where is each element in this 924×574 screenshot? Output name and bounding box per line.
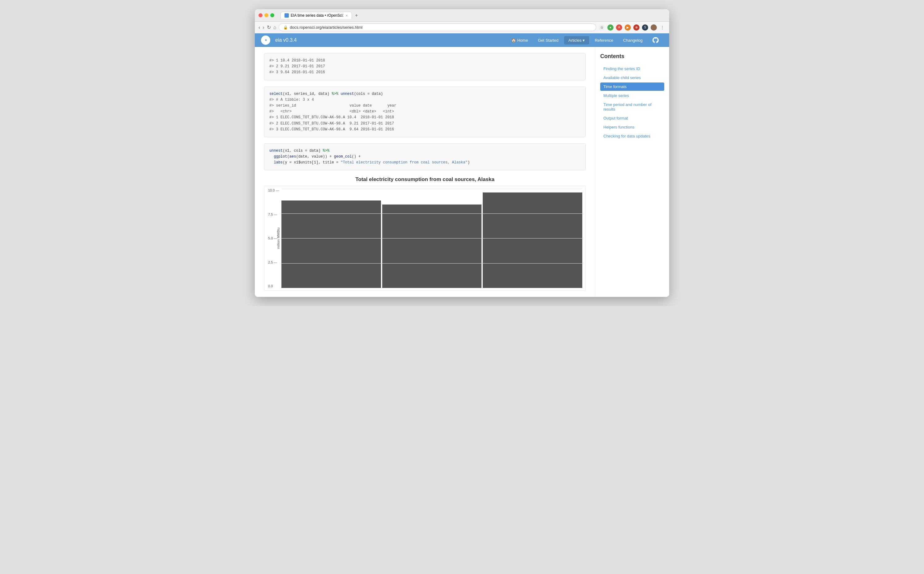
close-button[interactable] (258, 13, 263, 17)
code-block-3: unnest(x1, cols = data) %>% ggplot(aes(d… (264, 144, 586, 170)
tab-bar: EIA time series data • rOpenSci: ✕ + (280, 12, 360, 19)
tab-favicon (285, 13, 289, 17)
extension-icon-2[interactable]: A (616, 24, 622, 31)
site-title: eia v0.3.4 (275, 37, 297, 43)
forward-button[interactable]: › (263, 25, 264, 30)
extension-icon-3[interactable]: ▶ (625, 24, 631, 31)
back-button[interactable]: ‹ (258, 25, 260, 30)
article-area: #> 1 10.4 2018-01-01 2018#> 2 9.21 2017-… (255, 47, 595, 297)
minimize-button[interactable] (264, 13, 268, 17)
y-ticks: 10.0 — 7.5 — 5.0 — 2.5 — 0.0 (268, 188, 279, 288)
toc-output-format[interactable]: Output format (600, 114, 664, 122)
url-bar[interactable]: 🔒 docs.ropensci.org/eia/articles/series.… (278, 24, 596, 31)
toc-finding-series-id[interactable]: Finding the series ID (600, 65, 664, 73)
toc-available-child-series[interactable]: Available child series (600, 74, 664, 82)
grid-line-4 (282, 263, 582, 263)
toc-time-period[interactable]: Time period and number of results (600, 100, 664, 114)
reload-button[interactable]: ↻ (267, 24, 271, 30)
grid-line-2 (282, 213, 582, 214)
extension-icon-5[interactable]: S (642, 24, 648, 31)
toc-multiple-series[interactable]: Multiple series (600, 91, 664, 100)
nav-articles[interactable]: Articles ▾ (564, 36, 589, 44)
site-header: ✦ eia v0.3.4 🏠 Home Get Started Articles… (255, 33, 669, 47)
logo-text: ✦ (264, 38, 267, 42)
url-text: docs.ropensci.org/eia/articles/series.ht… (290, 25, 362, 30)
new-tab-button[interactable]: + (353, 12, 360, 19)
main-content: #> 1 10.4 2018-01-01 2018#> 2 9.21 2017-… (255, 47, 669, 297)
bar-3 (483, 192, 582, 288)
toc-checking-data-updates[interactable]: Checking for data updates (600, 132, 664, 140)
chart-title: Total electricity consumption from coal … (264, 177, 586, 183)
nav-home[interactable]: 🏠 Home (507, 36, 532, 44)
grid-line-5 (282, 288, 582, 288)
maximize-button[interactable] (270, 13, 274, 17)
chart-container: million MMBtu 10.0 — 7.5 — 5.0 — 2.5 — 0… (264, 186, 586, 291)
active-tab[interactable]: EIA time series data • rOpenSci: ✕ (280, 12, 352, 19)
lock-icon: 🔒 (283, 25, 288, 30)
chart-plot-area (282, 188, 582, 288)
traffic-lights (258, 13, 274, 17)
address-bar: ‹ › ↻ ⌂ 🔒 docs.ropensci.org/eia/articles… (255, 22, 669, 33)
user-avatar[interactable] (650, 24, 657, 31)
browser-window: EIA time series data • rOpenSci: ✕ + ‹ ›… (255, 9, 669, 297)
toc-helpers-functions[interactable]: Helpers functions (600, 123, 664, 131)
nav-get-started[interactable]: Get Started (533, 36, 563, 44)
github-link[interactable] (648, 35, 663, 45)
nav-reference[interactable]: Reference (590, 36, 617, 44)
sidebar-title: Contents (600, 53, 664, 60)
code-block-2: select(x1, series_id, data) %>% unnest(c… (264, 87, 586, 137)
extension-icon-1[interactable]: ● (608, 24, 614, 31)
site-nav: 🏠 Home Get Started Articles ▾ Reference … (507, 35, 663, 45)
grid-line-3 (282, 238, 582, 238)
star-icon[interactable]: ☆ (599, 24, 605, 31)
home-button[interactable]: ⌂ (274, 25, 277, 30)
nav-changelog[interactable]: Changelog (619, 36, 647, 44)
toc-time-formats[interactable]: Time formats (600, 82, 664, 91)
tab-close-button[interactable]: ✕ (345, 14, 348, 17)
site-logo: ✦ (261, 36, 270, 45)
grid-line-1 (282, 188, 582, 189)
sidebar: Contents Finding the series ID Available… (595, 47, 669, 297)
menu-button[interactable]: ⋮ (659, 24, 666, 31)
toolbar-icons: ☆ ● A ▶ ⊕ S ⋮ (599, 24, 666, 31)
code-block-output-1: #> 1 10.4 2018-01-01 2018#> 2 9.21 2017-… (264, 53, 586, 80)
tab-title: EIA time series data • rOpenSci: (291, 13, 343, 17)
title-bar: EIA time series data • rOpenSci: ✕ + (255, 9, 669, 22)
extension-icon-4[interactable]: ⊕ (633, 24, 639, 31)
bar-2 (382, 205, 482, 288)
